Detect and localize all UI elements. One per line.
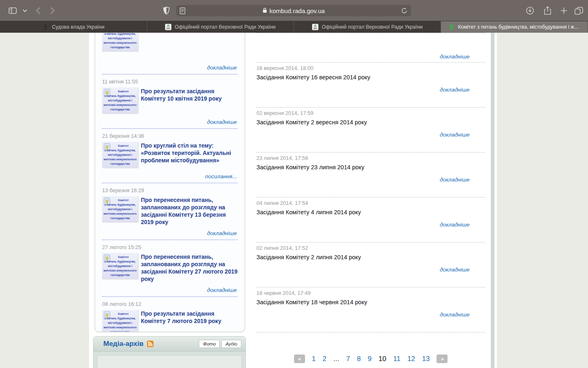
tab-bar: Судова влада УкраїниОфіційний портал Вер… <box>0 21 588 33</box>
meeting-more-link[interactable]: докладніше <box>440 312 470 318</box>
committee-logo-thumbnail[interactable]: Комітетз питань будівництва,містобудуван… <box>102 196 138 222</box>
news-item: Комітетз питань будівництва,містобудуван… <box>102 33 238 74</box>
meeting-item-title: Засідання Комітету 16 вересня 2014 року <box>256 71 485 81</box>
pagination-page[interactable]: 8 <box>357 355 361 363</box>
news-item-title-link[interactable]: Про результати засідання Комітету 10 кві… <box>141 88 238 114</box>
meeting-more-link[interactable]: докладніше <box>440 132 470 138</box>
meeting-item-date: 02 липня 2014, 17:52 <box>256 242 485 251</box>
news-item-date: 21 березня 14:36 <box>102 133 238 139</box>
meetings-column: докладніше16 вересня 2014, 18:00Засіданн… <box>256 33 485 368</box>
news-item-title-link[interactable]: Про перенесення питань, запланованих до … <box>141 196 238 226</box>
media-archive-audio-button[interactable]: Аудіо <box>221 340 241 348</box>
pagination-page[interactable]: 7 <box>346 355 350 363</box>
meeting-more-link[interactable]: докладніше <box>440 222 470 228</box>
new-tab-icon[interactable] <box>559 5 569 16</box>
committee-logo: Комітетз питань будівництва,містобудуван… <box>102 88 138 113</box>
news-item: 11 квітня 11:55Комітетз питань будівницт… <box>102 79 238 129</box>
media-archive-body <box>97 355 242 368</box>
media-archive-photo-button[interactable]: Фото <box>199 340 220 348</box>
tab-title: Офіційний портал Верховної Ради України <box>175 24 276 30</box>
sidebar-icon[interactable] <box>7 5 18 16</box>
meeting-item-title: Засідання Комітету 18 червня 2014 року <box>256 296 485 305</box>
news-more-link[interactable]: докладніше <box>207 65 237 71</box>
meeting-item-partial: докладніше <box>256 33 485 62</box>
news-panel: Комітетз питань будівництва,містобудуван… <box>95 33 245 332</box>
news-item-title-link[interactable]: Про круглий стіл на тему: «Розвиток тери… <box>141 142 238 169</box>
browser-tab-3[interactable]: Офіційний портал Верховної Ради України <box>294 21 441 33</box>
news-item: 13 березня 16:29Комітетз питань будівниц… <box>102 187 238 240</box>
forward-icon[interactable] <box>47 5 58 16</box>
share-icon[interactable] <box>542 5 553 16</box>
back-icon[interactable] <box>33 5 43 16</box>
pagination-ellipsis: ... <box>333 355 339 363</box>
committee-logo-text: Комітетз питань будівництва,містобудуван… <box>102 144 138 166</box>
news-item-title-link[interactable]: Про результати засідання Комітету 7 люто… <box>141 310 238 332</box>
browser-tab-1[interactable]: Судова влада України <box>0 21 147 33</box>
news-more-link[interactable]: посилання... <box>205 173 237 180</box>
url-bar[interactable]: kombud.rada.gov.ua <box>176 4 412 17</box>
dotted-separator <box>102 296 238 297</box>
committee-logo: Комітетз питань будівництва,містобудуван… <box>102 196 138 222</box>
media-archive-panel: Медіа-архів ФотоАудіо <box>93 336 246 368</box>
content-right-border <box>491 33 494 368</box>
meeting-item: 18 червня 2014, 17:49Засідання Комітету … <box>256 287 485 332</box>
pagination-page[interactable]: 12 <box>408 355 415 363</box>
meeting-more-link[interactable]: докладніше <box>440 177 470 183</box>
pagination-prev-button[interactable]: « <box>294 355 305 363</box>
committee-logo-text: Комітетз питань будівництва,містобудуван… <box>102 89 138 112</box>
committee-logo-thumbnail[interactable]: Комітетз питань будівництва,містобудуван… <box>102 33 138 51</box>
committee-logo-thumbnail[interactable]: Комітетз питань будівництва,містобудуван… <box>102 253 138 279</box>
news-more-link[interactable]: докладніше <box>207 119 237 125</box>
pagination-page[interactable]: 2 <box>323 355 326 363</box>
browser-tab-2[interactable]: Офіційний портал Верховної Ради України <box>147 21 294 33</box>
news-item: 21 березня 14:36Комітетз питань будівниц… <box>102 133 238 183</box>
media-archive-buttons: ФотоАудіо <box>199 340 241 348</box>
reload-icon[interactable] <box>401 7 408 16</box>
download-icon[interactable] <box>525 5 535 16</box>
tab-title: Комітет з питань будівництва, містобудув… <box>458 24 581 30</box>
meeting-more-link[interactable]: докладніше <box>440 87 470 93</box>
pagination-page[interactable]: 9 <box>368 355 372 363</box>
committee-logo-text: Комітетз питань будівництва,містобудуван… <box>102 255 138 277</box>
news-item: 27 лютого 15:25Комітетз питань будівницт… <box>102 244 238 297</box>
media-archive-header: Медіа-архів ФотоАудіо <box>94 337 245 352</box>
tab-overview-icon[interactable] <box>573 5 584 16</box>
tab-title: Судова влада України <box>52 24 104 30</box>
content-right-margin <box>494 33 497 368</box>
pagination-page[interactable]: 13 <box>422 355 430 363</box>
news-more-link[interactable]: докладніше <box>207 287 237 293</box>
reader-icon[interactable] <box>180 7 185 16</box>
committee-logo-thumbnail[interactable]: Комітетз питань будівництва,містобудуван… <box>102 142 138 168</box>
pagination-page[interactable]: 1 <box>312 355 316 363</box>
meeting-item-date: 04 липня 2014, 17:54 <box>256 197 485 206</box>
browser-toolbar: kombud.rada.gov.ua <box>0 0 588 21</box>
committee-logo-thumbnail[interactable]: Комітетз питань будівництва,містобудуван… <box>102 310 138 332</box>
committee-logo: Комітетз питань будівництва,містобудуван… <box>102 310 138 332</box>
meeting-item: 04 липня 2014, 17:54Засідання Комітету 4… <box>256 197 485 242</box>
url-domain: kombud.rada.gov.ua <box>270 7 325 14</box>
committee-logo-text: Комітетз питань будівництва,містобудуван… <box>102 312 138 332</box>
meeting-item-date: 23 липня 2014, 17:56 <box>256 153 485 161</box>
committee-logo-thumbnail[interactable]: Комітетз питань будівництва,містобудуван… <box>102 88 138 113</box>
parliament-building-icon <box>312 24 318 30</box>
meeting-item-title: Засідання Комітету 23 липня 2014 року <box>256 161 485 171</box>
meeting-more-link[interactable]: докладніше <box>440 54 470 60</box>
pagination-page[interactable]: 11 <box>393 355 401 363</box>
meeting-more-link[interactable]: докладніше <box>440 267 470 273</box>
news-item-title-link[interactable]: Про перенесення питань, запланованих до … <box>141 253 238 283</box>
pagination: «12...78910111213» <box>256 332 485 368</box>
shield-icon[interactable] <box>161 5 172 16</box>
trident-icon <box>448 24 455 30</box>
justice-statue-icon <box>42 24 49 30</box>
browser-tab-4[interactable]: Комітет з питань будівництва, містобудув… <box>441 21 588 33</box>
chevron-down-icon[interactable] <box>20 5 30 16</box>
lock-icon <box>263 7 267 14</box>
meeting-item: 16 вересня 2014, 18:00Засідання Комітету… <box>256 62 485 107</box>
pagination-page-current[interactable]: 10 <box>379 355 386 363</box>
news-more-link[interactable]: докладніше <box>207 230 237 236</box>
rss-icon[interactable] <box>147 341 154 347</box>
pagination-next-button[interactable]: » <box>437 355 448 363</box>
news-item-date: 13 березня 16:29 <box>102 187 238 193</box>
meeting-item-date: 18 червня 2014, 17:49 <box>256 287 485 296</box>
meeting-item: 02 липня 2014, 17:52Засідання Комітету 2… <box>256 242 485 287</box>
